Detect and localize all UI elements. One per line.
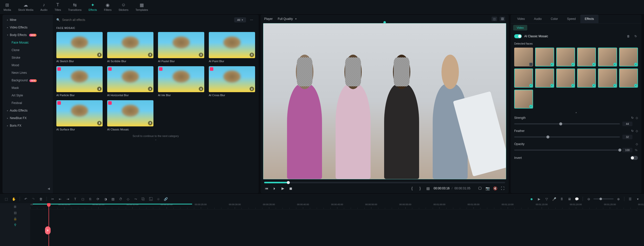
inspector-tab-video[interactable]: Video: [513, 15, 529, 23]
effect-card[interactable]: ⬇AI Particle Blur: [56, 66, 103, 97]
playhead[interactable]: [49, 203, 49, 246]
caption-button[interactable]: 💬: [574, 196, 580, 202]
track-magnet-button[interactable]: ⚲: [1, 222, 29, 227]
faces-expand-button[interactable]: ▴: [511, 111, 641, 114]
track-options-button[interactable]: ☰: [627, 196, 633, 202]
sidebar-sub-mask[interactable]: Mask: [4, 84, 51, 92]
opacity-value[interactable]: 100: [622, 148, 632, 152]
face-thumbnail[interactable]: ✓: [619, 68, 638, 87]
mute-button[interactable]: 🔇: [493, 186, 498, 191]
color-button[interactable]: ◑: [103, 196, 108, 202]
inspector-tab-speed[interactable]: Speed: [562, 15, 580, 23]
sidebar-sub-face-mosaic[interactable]: Face Mosaic: [4, 39, 51, 46]
slider-knob[interactable]: [559, 122, 562, 125]
selection-tool-button[interactable]: ⬚: [4, 196, 9, 202]
opacity-slider[interactable]: [514, 150, 620, 151]
nav-audio[interactable]: ♪Audio: [37, 0, 51, 13]
player-progress[interactable]: [264, 182, 505, 183]
group-button[interactable]: ⿻: [140, 196, 146, 202]
display-settings-button[interactable]: 🖵: [477, 186, 482, 191]
face-thumbnail[interactable]: ✓: [535, 48, 554, 66]
strength-slider[interactable]: [514, 123, 620, 124]
inspector-tab-effects[interactable]: Effects: [580, 15, 598, 23]
insert-button[interactable]: ⊕: [155, 196, 161, 202]
download-icon[interactable]: ⬇: [199, 87, 203, 91]
hand-tool-button[interactable]: ✋: [11, 196, 17, 202]
inspector-tab-audio[interactable]: Audio: [529, 15, 546, 23]
nav-transitions[interactable]: ⇆Transitions: [65, 0, 85, 13]
delete-button[interactable]: 🗑: [38, 196, 44, 202]
sidebar-item-boris-fx[interactable]: Boris FX: [4, 122, 51, 129]
sidebar-sub-art-style[interactable]: Art Style: [4, 92, 51, 99]
stop-button[interactable]: ◼: [288, 186, 293, 191]
effect-card[interactable]: ⬇AI Pastel Blur: [158, 32, 204, 63]
sidebar-item-mine[interactable]: Mine: [4, 16, 51, 24]
motion-button[interactable]: ⤳: [133, 196, 138, 202]
effect-card[interactable]: ⬇AI Cross Blur: [209, 66, 255, 97]
ai-face-button[interactable]: ☻: [529, 196, 534, 202]
compare-view-button[interactable]: ◫: [492, 17, 497, 21]
face-thumbnail[interactable]: ✓: [598, 68, 617, 87]
range-bar[interactable]: [33, 204, 192, 204]
video-preview[interactable]: [263, 23, 506, 179]
download-icon[interactable]: ⬇: [97, 87, 102, 91]
undo-button[interactable]: ↶: [23, 196, 28, 202]
download-icon[interactable]: ⬇: [250, 87, 254, 91]
safe-zone-button[interactable]: ▤: [426, 186, 431, 191]
face-thumbnail[interactable]: ✓: [514, 68, 533, 87]
keyframe-icon[interactable]: ◇: [636, 129, 638, 133]
adjust-button[interactable]: ▨: [110, 196, 116, 202]
face-thumbnail[interactable]: ✓: [577, 68, 596, 87]
slider-knob[interactable]: [618, 149, 621, 152]
text-button[interactable]: T: [72, 196, 78, 202]
reset-icon[interactable]: ↻: [631, 116, 634, 120]
download-icon[interactable]: ⬇: [148, 87, 152, 91]
download-icon[interactable]: ⬇: [148, 121, 152, 125]
effect-card[interactable]: ⬇AI Horizontal Blur: [107, 66, 153, 97]
delete-icon[interactable]: 🗑: [626, 34, 631, 39]
marker-button[interactable]: ▽: [544, 196, 549, 202]
trim-start-button[interactable]: ⇤: [57, 196, 63, 202]
track-lock-button[interactable]: 🔒: [1, 216, 29, 221]
keyframe-button[interactable]: ◇: [125, 196, 131, 202]
crop-button[interactable]: ◻: [80, 196, 86, 202]
zoom-in-button[interactable]: ⊕: [616, 196, 621, 202]
zoom-out-button[interactable]: ⊖: [586, 196, 591, 202]
reset-icon[interactable]: ↻: [633, 34, 638, 39]
effect-card[interactable]: ⬇AI Scribble Blur: [107, 32, 153, 63]
sidebar-item-audio-effects[interactable]: Audio Effects: [4, 107, 51, 114]
download-icon[interactable]: ⬇: [199, 53, 203, 57]
face-thumbnail[interactable]: ✓: [556, 48, 575, 66]
timeline-settings-button[interactable]: ▾: [635, 196, 640, 202]
face-thumbnail[interactable]: ✓: [535, 68, 554, 87]
nav-filters[interactable]: ◉Filters: [100, 0, 115, 13]
invert-toggle[interactable]: [630, 156, 638, 160]
copy-button[interactable]: ⎘: [88, 196, 93, 202]
feather-slider[interactable]: [514, 136, 620, 137]
picture-button[interactable]: 🖼: [500, 17, 505, 21]
render-button[interactable]: ▶: [536, 196, 542, 202]
face-thumbnail[interactable]: ✓: [619, 48, 638, 66]
sidebar-sub-stroke[interactable]: Stroke: [4, 54, 51, 61]
nav-effects[interactable]: ✦Effects: [85, 0, 100, 13]
sidebar-item-video-effects[interactable]: Video Effects: [4, 24, 51, 31]
sidebar-item-newblue-fx[interactable]: NewBlue FX: [4, 114, 51, 122]
screenshot-button[interactable]: 🖥: [567, 196, 572, 202]
keyframe-icon[interactable]: ◇: [636, 116, 638, 120]
effect-card[interactable]: ⬇AI Ink Blur: [158, 66, 204, 97]
sidebar-sub-background[interactable]: Background NEW: [4, 77, 51, 84]
download-icon[interactable]: ⬇: [97, 121, 102, 125]
audio-mix-button[interactable]: 🎚: [559, 196, 565, 202]
nav-templates[interactable]: ▦Templates: [132, 0, 151, 13]
face-thumbnail[interactable]: ✓: [577, 48, 596, 66]
sidebar-sub-festival[interactable]: Festival: [4, 99, 51, 107]
search-effects-input[interactable]: [62, 18, 232, 22]
sidebar-sub-mood[interactable]: Mood: [4, 61, 51, 69]
mark-in-button[interactable]: {: [410, 186, 415, 191]
nav-stock-media[interactable]: ☁Stock Media: [15, 0, 37, 13]
playback-quality-dropdown[interactable]: Full Quality ▾: [278, 17, 297, 21]
effect-card[interactable]: ⬇AI Sketch Blur: [56, 32, 103, 63]
add-track-button[interactable]: ⊞: [1, 204, 29, 209]
effect-card[interactable]: ⬇AI Classic Mosaic: [107, 100, 153, 131]
inspector-subtab-video[interactable]: Video: [513, 25, 527, 30]
